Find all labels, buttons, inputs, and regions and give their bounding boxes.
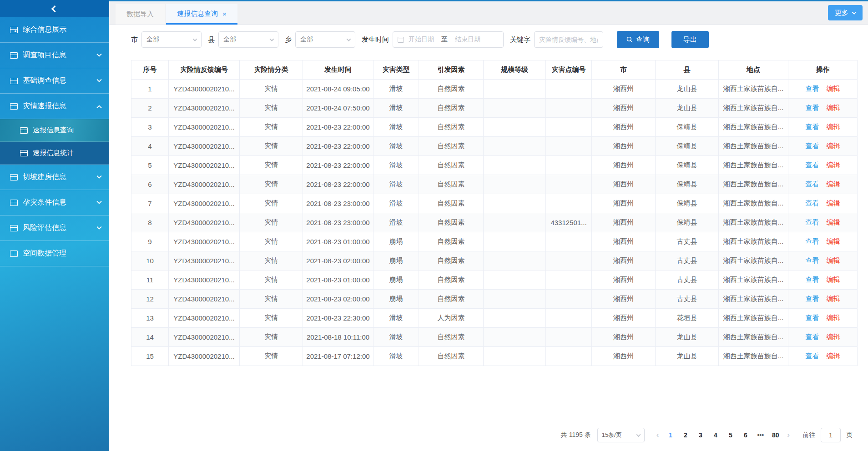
page-number-80[interactable]: 80	[769, 431, 782, 439]
query-button[interactable]: 查询	[617, 31, 659, 48]
view-link[interactable]: 查看	[806, 333, 819, 341]
sidebar-item-report-query[interactable]: 速报信息查询	[0, 119, 109, 142]
view-link[interactable]: 查看	[806, 142, 819, 150]
edit-link[interactable]: 编辑	[827, 218, 840, 226]
edit-link[interactable]: 编辑	[827, 85, 840, 92]
table-cell: 崩塌	[373, 271, 419, 290]
view-link[interactable]: 查看	[806, 85, 819, 92]
export-button[interactable]: 导出	[671, 31, 709, 48]
table-cell: YZD43000020210...	[169, 175, 240, 194]
view-link[interactable]: 查看	[806, 161, 819, 169]
page-number-2[interactable]: 2	[679, 431, 691, 439]
sidebar-item-slope-housing[interactable]: 切坡建房信息	[0, 165, 109, 190]
page-number-5[interactable]: 5	[724, 431, 737, 439]
sidebar-item-report-stats[interactable]: 速报信息统计	[0, 142, 109, 165]
main-area: 数据导入 速报信息查询 × 更多 市 全部 县	[109, 0, 868, 451]
table-cell: 自然因素	[419, 232, 484, 251]
table-cell	[546, 194, 592, 213]
table-row: 13YZD43000020210...灾情2021-08-23 22:30:00…	[131, 309, 858, 328]
city-select-value: 全部	[146, 35, 159, 44]
sidebar-item-survey-project[interactable]: 调查项目信息	[0, 43, 109, 68]
town-filter-label: 乡	[285, 35, 292, 44]
edit-link[interactable]: 编辑	[827, 180, 840, 188]
end-date-placeholder: 结束日期	[455, 35, 480, 44]
search-icon	[626, 36, 633, 43]
table-icon	[10, 225, 18, 231]
prev-page-button[interactable]: ‹	[654, 431, 662, 440]
table-cell: 崩塌	[373, 290, 419, 309]
county-select[interactable]: 全部	[218, 31, 278, 48]
table-cell: 滑坡	[373, 328, 419, 347]
goto-page-input[interactable]	[821, 428, 841, 442]
edit-link[interactable]: 编辑	[827, 199, 840, 207]
table-cell: 湘西州	[592, 80, 656, 99]
pagination-bar: 共 1195 条 15条/页 ‹ 123456•••80 › 前往 页	[131, 423, 857, 451]
view-link[interactable]: 查看	[806, 199, 819, 207]
view-link[interactable]: 查看	[806, 218, 819, 226]
table-cell: YZD43000020210...	[169, 347, 240, 366]
chevron-down-icon	[193, 37, 197, 41]
town-select[interactable]: 全部	[295, 31, 355, 48]
edit-link[interactable]: 编辑	[827, 314, 840, 321]
table-cell: 灾情	[240, 213, 303, 232]
edit-link[interactable]: 编辑	[827, 142, 840, 150]
page-number-1[interactable]: 1	[664, 431, 676, 439]
view-link[interactable]: 查看	[806, 276, 819, 283]
report-table-wrap: 序号灾险情反馈编号灾险情分类发生时间灾害类型引发因素规模等级灾害点编号市县地点操…	[131, 60, 857, 366]
goto-label: 前往	[802, 431, 815, 439]
table-cell: 2021-08-23 01:00:00	[303, 271, 373, 290]
view-link[interactable]: 查看	[806, 314, 819, 321]
edit-link[interactable]: 编辑	[827, 123, 840, 130]
table-cell	[484, 99, 546, 118]
table-cell: 湘西土家族苗族自...	[719, 251, 788, 271]
sidebar-item-spatial-data[interactable]: 空间数据管理	[0, 241, 109, 266]
view-link[interactable]: 查看	[806, 237, 819, 245]
more-pages-icon[interactable]: •••	[754, 431, 767, 439]
more-button[interactable]: 更多	[828, 5, 863, 20]
table-cell: YZD43000020210...	[169, 99, 240, 118]
view-link[interactable]: 查看	[806, 104, 819, 111]
view-link[interactable]: 查看	[806, 180, 819, 188]
date-range-picker[interactable]: 开始日期 至 结束日期	[393, 31, 504, 48]
next-page-button[interactable]: ›	[784, 431, 792, 440]
page-number-3[interactable]: 3	[694, 431, 707, 439]
city-select[interactable]: 全部	[141, 31, 202, 48]
view-link[interactable]: 查看	[806, 256, 819, 264]
sidebar-item-disaster-report[interactable]: 灾情速报信息	[0, 94, 109, 119]
view-link[interactable]: 查看	[806, 295, 819, 302]
table-cell: 湘西土家族苗族自...	[719, 271, 788, 290]
page-number-6[interactable]: 6	[739, 431, 752, 439]
table-cell: YZD43000020210...	[169, 156, 240, 175]
view-link[interactable]: 查看	[806, 123, 819, 130]
page-number-4[interactable]: 4	[709, 431, 722, 439]
sidebar-item-overview[interactable]: 综合信息展示	[0, 17, 109, 43]
edit-link[interactable]: 编辑	[827, 237, 840, 245]
keyword-input[interactable]	[534, 31, 603, 48]
edit-link[interactable]: 编辑	[827, 333, 840, 341]
table-cell: 43312501...	[546, 213, 592, 232]
sidebar-item-risk-assessment[interactable]: 风险评估信息	[0, 215, 109, 241]
sidebar-item-hazard-condition[interactable]: 孕灾条件信息	[0, 190, 109, 215]
table-cell: 灾情	[240, 118, 303, 137]
edit-link[interactable]: 编辑	[827, 352, 840, 360]
tab-data-import[interactable]: 数据导入	[116, 4, 165, 25]
close-icon[interactable]: ×	[222, 10, 227, 17]
edit-link[interactable]: 编辑	[827, 276, 840, 283]
edit-link[interactable]: 编辑	[827, 256, 840, 264]
edit-link[interactable]: 编辑	[827, 295, 840, 302]
view-link[interactable]: 查看	[806, 352, 819, 360]
table-cell: 灾情	[240, 194, 303, 213]
sidebar-item-basic-survey[interactable]: 基础调查信息	[0, 68, 109, 94]
edit-link[interactable]: 编辑	[827, 161, 840, 169]
column-header: 灾害类型	[373, 60, 419, 80]
table-cell: 4	[131, 137, 169, 156]
table-cell: 自然因素	[419, 99, 484, 118]
table-cell: 12	[131, 290, 169, 309]
edit-link[interactable]: 编辑	[827, 104, 840, 111]
page-size-select[interactable]: 15条/页	[597, 428, 645, 442]
table-cell-operations: 查看编辑	[788, 251, 858, 271]
sidebar: 综合信息展示 调查项目信息 基础调查信息 灾情速报信息 速报信息查询 速报信息统…	[0, 0, 109, 451]
sidebar-collapse-button[interactable]	[0, 0, 109, 17]
chevron-down-icon	[96, 51, 101, 56]
tab-report-query[interactable]: 速报信息查询 ×	[166, 4, 237, 25]
